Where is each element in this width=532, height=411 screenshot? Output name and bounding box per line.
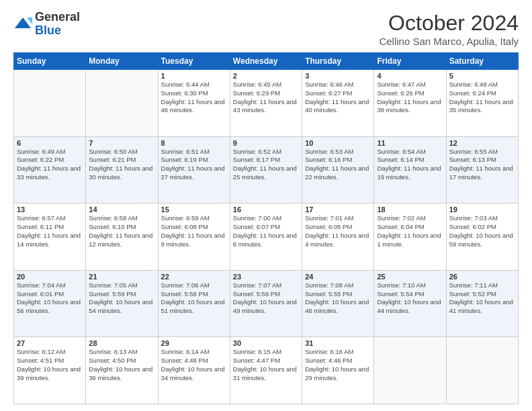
calendar-cell: 3Sunrise: 6:46 AM Sunset: 6:27 PM Daylig… — [302, 70, 374, 137]
calendar-cell: 18Sunrise: 7:02 AM Sunset: 6:04 PM Dayli… — [374, 203, 446, 271]
day-number: 22 — [161, 273, 227, 281]
day-info: Sunrise: 6:55 AM Sunset: 6:13 PM Dayligh… — [449, 148, 515, 182]
weekday-header: Wednesday — [230, 53, 302, 70]
day-info: Sunrise: 6:49 AM Sunset: 6:22 PM Dayligh… — [17, 148, 83, 182]
day-number: 19 — [449, 205, 515, 214]
day-number: 16 — [233, 205, 299, 214]
logo: General Blue — [13, 11, 80, 38]
weekday-header: Friday — [374, 53, 446, 70]
logo-text: General Blue — [35, 11, 80, 38]
calendar-week-row: 27Sunrise: 6:12 AM Sunset: 4:51 PM Dayli… — [14, 337, 519, 404]
month-title: October 2024 — [379, 11, 519, 36]
day-number: 23 — [233, 273, 299, 281]
weekday-header: Monday — [86, 53, 158, 70]
day-number: 11 — [377, 139, 443, 147]
day-info: Sunrise: 7:10 AM Sunset: 5:54 PM Dayligh… — [377, 281, 443, 316]
day-number: 13 — [17, 205, 83, 214]
weekday-header: Tuesday — [158, 53, 230, 70]
calendar-week-row: 13Sunrise: 6:57 AM Sunset: 6:11 PM Dayli… — [14, 203, 519, 271]
day-number: 15 — [161, 205, 227, 214]
calendar-cell: 1Sunrise: 6:44 AM Sunset: 6:30 PM Daylig… — [158, 70, 230, 137]
calendar-cell: 28Sunrise: 6:13 AM Sunset: 4:50 PM Dayli… — [86, 337, 158, 404]
calendar-cell: 27Sunrise: 6:12 AM Sunset: 4:51 PM Dayli… — [14, 337, 86, 404]
day-info: Sunrise: 6:14 AM Sunset: 4:48 PM Dayligh… — [161, 348, 227, 382]
calendar-cell: 26Sunrise: 7:11 AM Sunset: 5:52 PM Dayli… — [446, 270, 518, 337]
day-number: 18 — [377, 205, 443, 214]
page: General Blue October 2024 Cellino San Ma… — [0, 0, 532, 411]
day-info: Sunrise: 6:53 AM Sunset: 6:16 PM Dayligh… — [305, 148, 371, 182]
calendar-table: SundayMondayTuesdayWednesdayThursdayFrid… — [13, 52, 519, 404]
calendar-cell: 10Sunrise: 6:53 AM Sunset: 6:16 PM Dayli… — [302, 136, 374, 203]
day-info: Sunrise: 7:06 AM Sunset: 5:58 PM Dayligh… — [161, 281, 227, 316]
day-info: Sunrise: 6:58 AM Sunset: 6:10 PM Dayligh… — [89, 214, 154, 248]
day-info: Sunrise: 7:00 AM Sunset: 6:07 PM Dayligh… — [233, 214, 299, 248]
header: General Blue October 2024 Cellino San Ma… — [13, 11, 519, 47]
calendar-cell: 12Sunrise: 6:55 AM Sunset: 6:13 PM Dayli… — [446, 136, 518, 203]
calendar-cell: 8Sunrise: 6:51 AM Sunset: 6:19 PM Daylig… — [158, 136, 230, 203]
day-info: Sunrise: 7:01 AM Sunset: 6:05 PM Dayligh… — [305, 214, 371, 248]
calendar-body: 1Sunrise: 6:44 AM Sunset: 6:30 PM Daylig… — [14, 70, 519, 404]
day-number: 25 — [377, 273, 443, 281]
calendar-cell: 29Sunrise: 6:14 AM Sunset: 4:48 PM Dayli… — [158, 337, 230, 404]
calendar-cell: 2Sunrise: 6:45 AM Sunset: 6:29 PM Daylig… — [230, 70, 302, 137]
day-info: Sunrise: 7:05 AM Sunset: 5:59 PM Dayligh… — [89, 281, 154, 316]
day-number: 27 — [17, 339, 83, 347]
day-info: Sunrise: 6:59 AM Sunset: 6:08 PM Dayligh… — [161, 214, 227, 248]
day-info: Sunrise: 6:15 AM Sunset: 4:47 PM Dayligh… — [233, 348, 299, 382]
title-block: October 2024 Cellino San Marco, Apulia, … — [379, 11, 519, 47]
day-number: 8 — [161, 139, 227, 147]
day-number: 7 — [89, 139, 154, 147]
calendar-cell: 13Sunrise: 6:57 AM Sunset: 6:11 PM Dayli… — [14, 203, 86, 271]
calendar-cell: 31Sunrise: 6:16 AM Sunset: 4:46 PM Dayli… — [302, 337, 374, 404]
day-info: Sunrise: 7:08 AM Sunset: 5:55 PM Dayligh… — [305, 281, 371, 316]
calendar-cell — [14, 70, 86, 137]
day-info: Sunrise: 6:12 AM Sunset: 4:51 PM Dayligh… — [17, 348, 83, 382]
day-number: 2 — [233, 72, 299, 80]
calendar-cell: 7Sunrise: 6:50 AM Sunset: 6:21 PM Daylig… — [86, 136, 158, 203]
day-number: 24 — [305, 273, 371, 281]
day-info: Sunrise: 6:57 AM Sunset: 6:11 PM Dayligh… — [17, 214, 83, 248]
day-number: 3 — [305, 72, 371, 80]
day-number: 12 — [449, 139, 515, 147]
day-info: Sunrise: 6:44 AM Sunset: 6:30 PM Dayligh… — [161, 81, 227, 115]
day-number: 17 — [305, 205, 371, 214]
calendar-cell: 9Sunrise: 6:52 AM Sunset: 6:17 PM Daylig… — [230, 136, 302, 203]
day-number: 9 — [233, 139, 299, 147]
calendar-header: SundayMondayTuesdayWednesdayThursdayFrid… — [14, 53, 519, 70]
calendar-cell: 14Sunrise: 6:58 AM Sunset: 6:10 PM Dayli… — [86, 203, 158, 271]
day-number: 20 — [17, 273, 83, 281]
day-number: 14 — [89, 205, 154, 214]
logo-line1: General — [35, 11, 80, 24]
calendar-cell: 11Sunrise: 6:54 AM Sunset: 6:14 PM Dayli… — [374, 136, 446, 203]
day-number: 4 — [377, 72, 443, 80]
calendar-week-row: 20Sunrise: 7:04 AM Sunset: 6:01 PM Dayli… — [14, 270, 519, 337]
calendar-week-row: 1Sunrise: 6:44 AM Sunset: 6:30 PM Daylig… — [14, 70, 519, 137]
day-number: 10 — [305, 139, 371, 147]
calendar-cell: 20Sunrise: 7:04 AM Sunset: 6:01 PM Dayli… — [14, 270, 86, 337]
weekday-row: SundayMondayTuesdayWednesdayThursdayFrid… — [14, 53, 519, 70]
day-number: 21 — [89, 273, 154, 281]
logo-line2: Blue — [35, 24, 80, 38]
day-info: Sunrise: 6:45 AM Sunset: 6:29 PM Dayligh… — [233, 81, 299, 115]
calendar-cell: 4Sunrise: 6:47 AM Sunset: 6:26 PM Daylig… — [374, 70, 446, 137]
day-number: 6 — [17, 139, 83, 147]
calendar-cell: 21Sunrise: 7:05 AM Sunset: 5:59 PM Dayli… — [86, 270, 158, 337]
calendar-cell: 23Sunrise: 7:07 AM Sunset: 5:56 PM Dayli… — [230, 270, 302, 337]
day-info: Sunrise: 7:11 AM Sunset: 5:52 PM Dayligh… — [449, 281, 515, 316]
calendar-cell: 16Sunrise: 7:00 AM Sunset: 6:07 PM Dayli… — [230, 203, 302, 271]
logo-icon — [13, 15, 32, 34]
day-number: 1 — [161, 72, 227, 80]
day-info: Sunrise: 6:50 AM Sunset: 6:21 PM Dayligh… — [89, 148, 154, 182]
day-number: 29 — [161, 339, 227, 347]
day-info: Sunrise: 7:04 AM Sunset: 6:01 PM Dayligh… — [17, 281, 83, 316]
day-number: 28 — [89, 339, 154, 347]
day-info: Sunrise: 6:16 AM Sunset: 4:46 PM Dayligh… — [305, 348, 371, 382]
day-info: Sunrise: 6:54 AM Sunset: 6:14 PM Dayligh… — [377, 148, 443, 182]
calendar-cell: 24Sunrise: 7:08 AM Sunset: 5:55 PM Dayli… — [302, 270, 374, 337]
day-info: Sunrise: 6:48 AM Sunset: 6:24 PM Dayligh… — [449, 81, 515, 115]
calendar-cell: 22Sunrise: 7:06 AM Sunset: 5:58 PM Dayli… — [158, 270, 230, 337]
day-info: Sunrise: 6:52 AM Sunset: 6:17 PM Dayligh… — [233, 148, 299, 182]
weekday-header: Saturday — [446, 53, 518, 70]
day-info: Sunrise: 6:51 AM Sunset: 6:19 PM Dayligh… — [161, 148, 227, 182]
day-info: Sunrise: 7:02 AM Sunset: 6:04 PM Dayligh… — [377, 214, 443, 248]
